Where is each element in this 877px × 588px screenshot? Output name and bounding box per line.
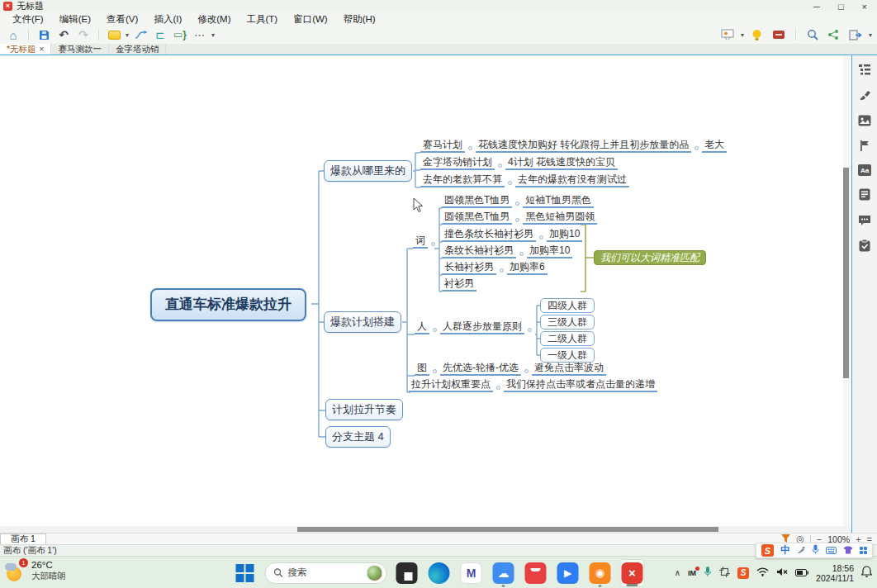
ime-skin-icon[interactable] <box>843 545 853 557</box>
taskbar-app-blue-arrow[interactable]: ▶ <box>556 559 581 587</box>
topic-keyword-value[interactable]: 短袖T恤男黑色 <box>523 194 593 208</box>
undo-icon[interactable]: ↶ <box>55 27 72 42</box>
branch-topic-rhythm[interactable]: 计划拉升节奏 <box>325 399 403 420</box>
horizontal-scrollbar-thumb[interactable] <box>297 527 718 532</box>
marker-flag-icon[interactable] <box>858 139 872 153</box>
outline-icon[interactable] <box>858 62 872 76</box>
menu-file[interactable]: 文件(F) <box>5 13 51 26</box>
more-caret-icon[interactable]: ▾ <box>211 31 215 39</box>
tray-clock[interactable]: 18:56 2024/11/1 <box>816 563 854 583</box>
style-caret-icon[interactable]: ▾ <box>126 31 129 39</box>
menu-modify[interactable]: 修改(M) <box>190 13 238 26</box>
tray-sogou-icon[interactable]: S <box>737 567 749 579</box>
topic-keyword-value[interactable]: 加购10 <box>547 228 582 242</box>
menu-insert[interactable]: 插入(I) <box>146 13 189 26</box>
topic-spend-fast[interactable]: 花钱速度快加购好 转化跟得上并且初步放量的品 <box>476 139 691 153</box>
topic-keyword-value[interactable]: 黑色短袖男圆领 <box>523 211 597 225</box>
doc-tab-saima[interactable]: 赛马测款一 <box>51 44 109 55</box>
taskbar-app-edge[interactable] <box>427 559 452 587</box>
boundary-icon[interactable]: ▭} <box>172 27 188 42</box>
topic-word[interactable]: 词 <box>413 235 428 249</box>
export-caret-icon[interactable]: ▾ <box>869 31 872 39</box>
topic-keyword[interactable]: 衬衫男 <box>442 277 476 292</box>
slideshow-icon[interactable] <box>770 27 787 42</box>
ime-pen-icon[interactable] <box>797 545 805 557</box>
ime-mode-chinese[interactable]: 中 <box>780 543 790 557</box>
topic-crowd-level-3[interactable]: 三级人群 <box>540 315 595 330</box>
note-icon[interactable] <box>858 187 872 202</box>
taskbar-app-cloud[interactable]: ☁ <box>491 559 516 587</box>
topic-pyramid-plan[interactable]: 金字塔动销计划 <box>420 156 495 170</box>
sogou-logo-icon[interactable]: S <box>761 544 774 557</box>
export-icon[interactable] <box>847 27 864 42</box>
close-button[interactable]: × <box>862 1 867 12</box>
topic-crowd-level-4[interactable]: 四级人群 <box>540 298 595 313</box>
topic-weight-points[interactable]: 拉升计划权重要点 <box>409 378 493 392</box>
topic-image[interactable]: 图 <box>415 362 429 376</box>
tray-volume-muted-icon[interactable] <box>776 567 788 579</box>
tab-close-icon[interactable]: × <box>40 45 45 54</box>
idea-bulb-icon[interactable] <box>749 27 766 42</box>
start-button[interactable] <box>233 559 258 587</box>
more-tools-icon[interactable]: ⋯ <box>192 27 208 42</box>
search-highlight-thumbnail[interactable] <box>367 565 383 581</box>
doc-tab-untitled[interactable]: *无标题 × <box>0 44 51 55</box>
ime-mic-icon[interactable] <box>812 544 819 557</box>
vertical-scrollbar-thumb[interactable] <box>843 168 849 378</box>
topic-laoda[interactable]: 老大 <box>702 139 727 153</box>
tray-wifi-icon[interactable] <box>756 567 769 579</box>
presentation-icon[interactable] <box>719 27 736 42</box>
topic-image-goal[interactable]: 避免点击率波动 <box>532 362 606 376</box>
taskbar-search-box[interactable]: 搜索 <box>265 562 387 584</box>
horizontal-scrollbar[interactable] <box>0 526 851 533</box>
menu-tools[interactable]: 工具(T) <box>239 13 285 26</box>
presentation-caret-icon[interactable]: ▾ <box>741 31 744 39</box>
home-icon[interactable]: ⌂ <box>5 27 21 42</box>
topic-keyword-value[interactable]: 加购率10 <box>527 244 572 258</box>
topic-keyword[interactable]: 圆领黑色T恤男 <box>442 211 512 225</box>
topic-crowd-level-1[interactable]: 一级人群 <box>540 348 595 363</box>
central-topic[interactable]: 直通车标准爆款拉升 <box>150 288 306 321</box>
comment-icon[interactable] <box>858 213 872 227</box>
topic-keyword-value[interactable]: 加购率6 <box>507 261 548 275</box>
topic-last-year-tested[interactable]: 去年的爆款有没有测试过 <box>515 173 629 187</box>
topic-last-year-old[interactable]: 去年的老款算不算 <box>420 173 505 187</box>
topic-keyword[interactable]: 长袖衬衫男 <box>442 261 496 275</box>
restore-button[interactable]: □ <box>838 1 844 12</box>
tray-snip-icon[interactable] <box>719 567 730 580</box>
canvas-tab-1[interactable]: 画布 1 <box>0 533 46 544</box>
branch-topic-plan-build[interactable]: 爆款计划搭建 <box>324 311 401 333</box>
topic-4-plans[interactable]: 4计划 花钱速度快的宝贝 <box>505 156 618 170</box>
taskbar-app-camera[interactable]: ◉ <box>588 559 613 587</box>
tray-im-icon[interactable]: IM <box>688 569 696 577</box>
taskbar-app-xmind[interactable]: × <box>620 559 645 587</box>
topic-keyword[interactable]: 条纹长袖衬衫男 <box>442 244 516 258</box>
image-icon[interactable] <box>858 113 872 127</box>
hidden-icons-chevron[interactable]: ∧ <box>675 568 680 577</box>
menu-edit[interactable]: 编辑(E) <box>52 13 98 26</box>
ime-toolbox-icon[interactable] <box>860 547 867 554</box>
minimize-button[interactable]: ─ <box>813 1 820 12</box>
font-icon[interactable]: Aa <box>858 164 871 176</box>
topic-keyword[interactable]: 圆领黑色T恤男 <box>442 194 512 208</box>
topic-image-strategy[interactable]: 先优选-轮播-优选 <box>440 362 521 376</box>
relationship-icon[interactable] <box>132 27 149 42</box>
taskbar-app-red[interactable] <box>524 559 548 587</box>
tray-notification-bell-icon[interactable] <box>861 566 872 580</box>
tray-mic-icon[interactable] <box>704 566 712 580</box>
style-icon[interactable] <box>106 27 122 42</box>
format-brush-icon[interactable] <box>858 88 872 102</box>
save-icon[interactable] <box>36 27 52 42</box>
doc-tab-jinzita[interactable]: 金字塔动销 <box>109 44 167 55</box>
topic-crowd-level-2[interactable]: 二级人群 <box>540 331 595 346</box>
summary-icon[interactable]: ⊏ <box>152 27 168 42</box>
vertical-scrollbar[interactable] <box>843 55 851 526</box>
menu-help[interactable]: 帮助(H) <box>336 13 383 26</box>
taskbar-app-dark[interactable] <box>395 559 420 587</box>
search-icon[interactable] <box>804 27 821 42</box>
share-icon[interactable] <box>826 27 842 42</box>
weather-widget[interactable]: 1 26°C 大部晴朗 <box>5 560 66 581</box>
menu-view[interactable]: 查看(V) <box>99 13 145 26</box>
taskbar-app-m[interactable]: M <box>459 559 484 587</box>
topic-people[interactable]: 人 <box>415 320 429 334</box>
